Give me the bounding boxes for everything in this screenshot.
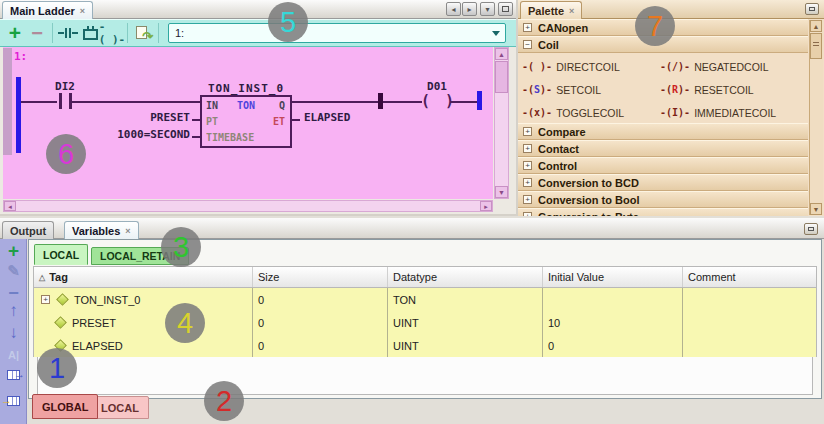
tab-main-ladder[interactable]: Main Ladder × [2,1,93,19]
paste-tool-button[interactable]: ↷ [133,23,153,43]
palette-category-control[interactable]: + Control [518,157,808,174]
ladder-vertical-scrollbar[interactable]: ▲ ▼ [494,47,509,199]
scrollbar-thumb[interactable] [810,33,822,59]
contact-operand-label: DI2 [45,80,85,93]
expand-icon[interactable]: + [523,195,532,204]
palette-category-contact[interactable]: + Contact [518,140,808,157]
palette-item-setcoil[interactable]: -(S)- SETCOIL [522,78,660,101]
scroll-up-button[interactable]: ▲ [810,20,822,32]
delete-variable-button[interactable]: − [0,283,27,303]
table-row[interactable]: ELAPSED 0 UINT 0 [33,334,817,357]
annotation-circle-1: 1 [37,348,77,388]
ladder-canvas[interactable]: 1: DI2 TON_INST_0 IN TON Q PT ET TIMEBAS… [3,47,493,199]
function-block-icon [83,29,98,40]
rung-selector-value: 1: [175,27,184,39]
expand-icon[interactable]: + [523,127,532,136]
datatype-value: UINT [387,311,542,334]
ide-window: Main Ladder × ◂ ▸ ▾ + − -( )- [0,0,824,424]
scroll-down-button[interactable]: ▼ [810,203,822,215]
tag-name: ELAPSED [72,340,123,352]
directcoil-icon: -( )- [522,61,552,72]
close-icon[interactable]: × [125,226,130,236]
coil-tool-button[interactable]: -( )- [102,23,122,43]
move-down-button[interactable]: ↓ [0,323,27,343]
collapse-icon[interactable]: − [523,40,532,49]
ladder-tabstrip: Main Ladder × ◂ ▸ ▾ [0,0,516,19]
block-type-label: TON [202,100,290,111]
tab-local-sheet[interactable]: LOCAL [91,396,149,419]
add-rung-button[interactable]: + [5,23,25,43]
close-icon[interactable]: × [80,6,85,16]
expand-icon[interactable]: + [523,23,532,32]
arrow-left-icon: ◂ [8,203,12,210]
arrow-right-icon: ▸ [484,203,488,210]
tab-list-button[interactable]: ▾ [480,2,495,16]
expand-icon[interactable]: + [523,178,532,187]
column-header-comment[interactable]: Comment [682,267,816,287]
add-variable-button[interactable]: + [0,241,27,261]
scrollbar-thumb[interactable] [495,61,508,93]
variables-panel: Output Variables × + ✎ − ↑ ↓ A| → → LOC [0,216,824,424]
table-row[interactable]: PRESET 0 UINT 10 [33,311,817,334]
palette-scrollbar[interactable]: ▲ ▼ [809,20,823,215]
palette-category-compare[interactable]: + Compare [518,123,808,140]
column-header-datatype[interactable]: Datatype [387,267,542,287]
scroll-right-button[interactable]: ▸ [480,201,492,211]
rung-margin[interactable] [3,48,12,155]
palette-item-directcoil[interactable]: -( )- DIRECTCOIL [522,55,660,78]
contact-bar-left[interactable] [59,93,62,109]
initial-value: 0 [542,334,682,357]
palette-item-negatedcoil[interactable]: -(/)- NEGATEDCOIL [660,55,808,78]
ladder-horizontal-scrollbar[interactable]: ◂ ▸ [3,200,493,212]
close-icon[interactable]: × [569,6,574,16]
rename-variable-button[interactable]: A| [0,345,27,365]
palette-category-conversion-to-bcd[interactable]: + Conversion to BCD [518,174,808,191]
pin-q-label: Q [279,100,285,111]
collapse-panel-button[interactable] [805,3,819,15]
column-header-tag[interactable]: △ Tag [34,267,252,287]
rung-selector[interactable]: 1: [168,23,506,43]
import-variables-button[interactable]: → [0,391,27,411]
contact-tool-button[interactable] [58,23,78,43]
tab-palette[interactable]: Palette × [520,1,582,19]
tab-output[interactable]: Output [2,221,54,240]
move-up-button[interactable]: ↑ [0,301,27,321]
table-row[interactable]: + TON_INST_0 0 TON [33,288,817,311]
remove-rung-button[interactable]: − [27,23,47,43]
right-power-rail [477,91,482,110]
table-import-icon: → [7,396,20,406]
nav-next-button[interactable]: ▸ [462,2,477,16]
ton-function-block[interactable]: IN TON Q PT ET TIMEBASE [200,95,292,148]
scroll-left-button[interactable]: ◂ [4,201,16,211]
nav-prev-button[interactable]: ◂ [446,2,461,16]
expand-icon[interactable]: + [523,161,532,170]
palette-item-togglecoil[interactable]: -(x)- TOGGLECOIL [522,101,660,124]
tab-global[interactable]: GLOBAL [32,394,98,419]
toolbar-separator [127,23,128,43]
column-header-initial-value[interactable]: Initial Value [542,267,682,287]
palette-item-resetcoil[interactable]: -(R)- RESETCOIL [660,78,808,101]
function-block-tool-button[interactable] [80,23,100,43]
palette-item-immediatecoil[interactable]: -(I)- IMMEDIATECOIL [660,101,808,124]
left-power-rail [16,77,21,153]
export-variables-button[interactable]: → [0,365,27,385]
table-body: + TON_INST_0 0 TON PRESET [33,288,817,357]
edit-variable-button[interactable]: ✎ [0,261,27,281]
tab-variables[interactable]: Variables × [64,221,139,240]
annotation-circle-7: 7 [635,6,675,46]
rung-number-label: 1: [14,50,27,63]
scroll-down-button[interactable]: ▼ [495,186,508,198]
collapse-panel-button[interactable] [804,223,818,235]
maximize-button[interactable] [498,2,513,16]
table-empty-area[interactable] [37,357,813,395]
tag-name: TON_INST_0 [74,294,140,306]
block-instance-label: TON_INST_0 [200,82,292,95]
column-header-size[interactable]: Size [252,267,387,287]
tab-local[interactable]: LOCAL [34,244,88,265]
palette-category-conversion-to-byte[interactable]: + Conversion to Byte [518,208,808,216]
palette-category-conversion-to-bool[interactable]: + Conversion to Bool [518,191,808,208]
ladder-toolbar: + − -( )- ↷ × 1: [0,19,516,47]
expand-icon[interactable]: + [523,144,532,153]
scroll-up-button[interactable]: ▲ [495,48,508,60]
expand-icon[interactable]: + [41,295,50,304]
